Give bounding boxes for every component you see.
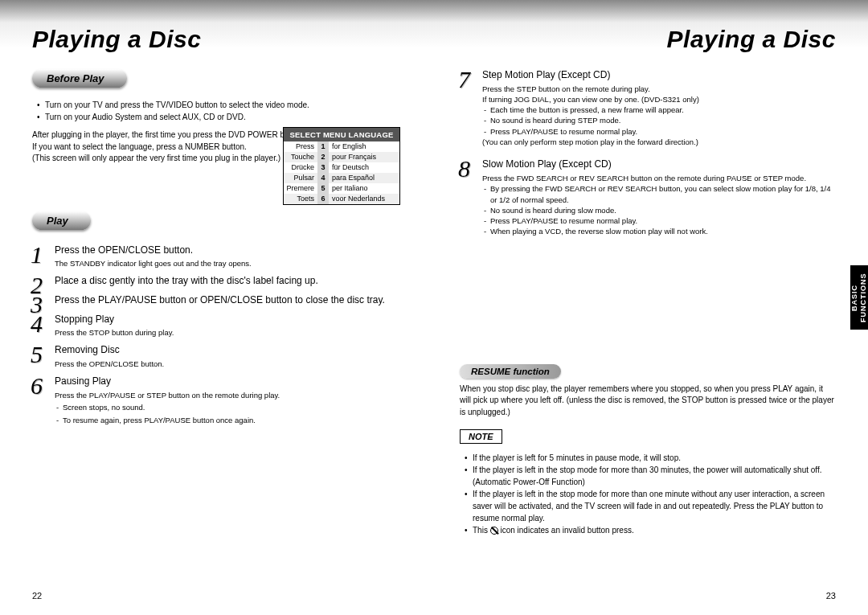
step-body-line: No sound is heard during slow mode. bbox=[482, 205, 836, 215]
page-number-right: 23 bbox=[826, 591, 836, 601]
step-body-line: Press the PLAY/PAUSE or STEP button on t… bbox=[55, 390, 408, 400]
prohibit-icon bbox=[490, 527, 498, 535]
step-title: Removing Disc bbox=[55, 344, 408, 357]
step-number: 1 bbox=[31, 241, 43, 269]
step-body-line: (You can only perform step motion play i… bbox=[482, 137, 836, 147]
step-6: 6Pausing PlayPress the PLAY/PAUSE or STE… bbox=[32, 375, 408, 424]
before-play-pill: Before Play bbox=[32, 69, 127, 88]
step-body-line: If turning JOG DIAL, you can view one by… bbox=[482, 94, 836, 105]
step-body-line: Each time the button is pressed, a new f… bbox=[482, 105, 836, 115]
step-title: Place a disc gently into the tray with t… bbox=[55, 275, 408, 288]
step-title: Pausing Play bbox=[55, 375, 408, 388]
resume-function-body: When you stop disc play, the player reme… bbox=[460, 383, 836, 419]
before-bullet: Turn on your TV and press the TV/VIDEO b… bbox=[37, 99, 408, 111]
language-menu-box: SELECT MENU LANGUAGE Press1for English T… bbox=[283, 127, 400, 205]
step-5: 5Removing DiscPress the OPEN/CLOSE butto… bbox=[32, 344, 408, 369]
step-3: 3Press the PLAY/PAUSE button or OPEN/CLO… bbox=[32, 294, 408, 307]
left-page: Playing a Disc Before Play Turn on your … bbox=[0, 0, 434, 615]
step-8: 8 Slow Motion Play (Except CD) Press the… bbox=[460, 158, 836, 236]
page-title-left: Playing a Disc bbox=[32, 26, 408, 53]
step-number: 7 bbox=[458, 66, 470, 93]
step-body-line: Press PLAY/PAUSE to resume normal play. bbox=[482, 126, 836, 137]
step-number: 5 bbox=[31, 341, 43, 368]
note-item: If the player is left for 5 minutes in p… bbox=[465, 452, 836, 464]
page-title-right: Playing a Disc bbox=[460, 26, 836, 53]
note-item: If the player is left in the stop mode f… bbox=[465, 464, 836, 488]
before-play-bullets: Turn on your TV and press the TV/VIDEO b… bbox=[37, 99, 408, 123]
step-body-line: By pressing the FWD SEARCH or REV SEARCH… bbox=[482, 183, 836, 205]
page-number-left: 22 bbox=[32, 591, 42, 601]
step-body-line: Press the STOP button during play. bbox=[55, 327, 408, 338]
step-number: 8 bbox=[458, 155, 470, 182]
step-title: Press the OPEN/CLOSE button. bbox=[55, 244, 408, 257]
resume-function-head: RESUME function bbox=[460, 364, 561, 379]
step-1: 1Press the OPEN/CLOSE button.The STANDBY… bbox=[32, 244, 408, 269]
step-4: 4Stopping PlayPress the STOP button duri… bbox=[32, 314, 408, 338]
note-head: NOTE bbox=[460, 429, 502, 444]
step-body-line: The STANDBY indicator light goes out and… bbox=[55, 258, 408, 269]
step-title: Step Motion Play (Except CD) bbox=[482, 69, 836, 82]
language-menu-head: SELECT MENU LANGUAGE bbox=[284, 128, 399, 141]
step-title: Press the PLAY/PAUSE button or OPEN/CLOS… bbox=[55, 294, 408, 307]
step-body-line: No sound is heard during STEP mode. bbox=[482, 115, 836, 125]
step-body-line: Press the OPEN/CLOSE button. bbox=[55, 359, 408, 369]
play-pill: Play bbox=[32, 211, 91, 230]
step-7: 7 Step Motion Play (Except CD) Press the… bbox=[460, 69, 836, 147]
side-tab-basic-functions: BASIC FUNCTIONS bbox=[850, 265, 868, 330]
step-title: Stopping Play bbox=[55, 314, 408, 326]
step-body-line: When playing a VCD, the reverse slow mot… bbox=[482, 226, 836, 236]
step-2: 2Place a disc gently into the tray with … bbox=[32, 275, 408, 288]
step-title: Slow Motion Play (Except CD) bbox=[482, 158, 836, 171]
step-body-line: Screen stops, no sound. bbox=[55, 402, 408, 412]
note-item: If the player is left in the stop mode f… bbox=[465, 488, 836, 524]
right-page: Playing a Disc 7 Step Motion Play (Excep… bbox=[434, 0, 868, 615]
before-bullet: Turn on your Audio System and select AUX… bbox=[37, 111, 408, 123]
step-body-line: To resume again, press PLAY/PAUSE button… bbox=[55, 415, 408, 425]
step-body-line: Press the FWD SEARCH or REV SEARCH butto… bbox=[482, 173, 836, 183]
note-list: If the player is left for 5 minutes in p… bbox=[465, 452, 836, 536]
step-body-line: Press PLAY/PAUSE to resume normal play. bbox=[482, 215, 836, 226]
step-number: 4 bbox=[31, 310, 43, 338]
note-item: This icon indicates an invalid button pr… bbox=[465, 524, 836, 536]
step-number: 6 bbox=[31, 372, 43, 400]
step-body-line: Press the STEP button on the remote duri… bbox=[482, 84, 836, 94]
